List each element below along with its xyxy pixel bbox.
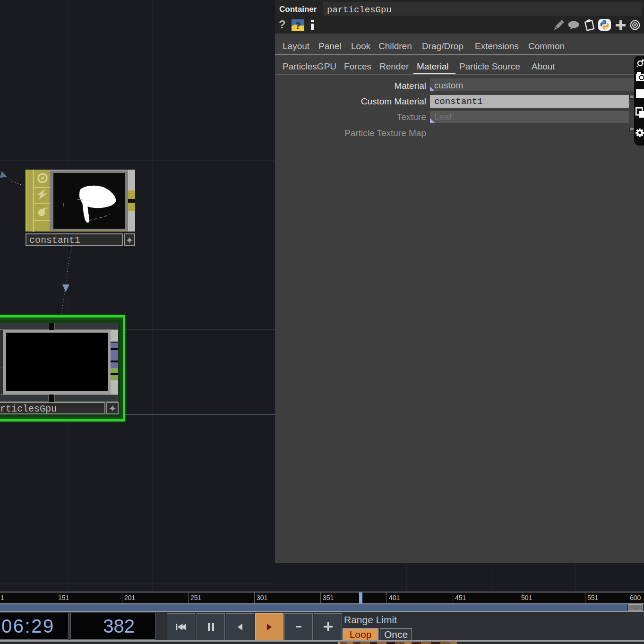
svg-text:?: ? bbox=[295, 20, 301, 31]
